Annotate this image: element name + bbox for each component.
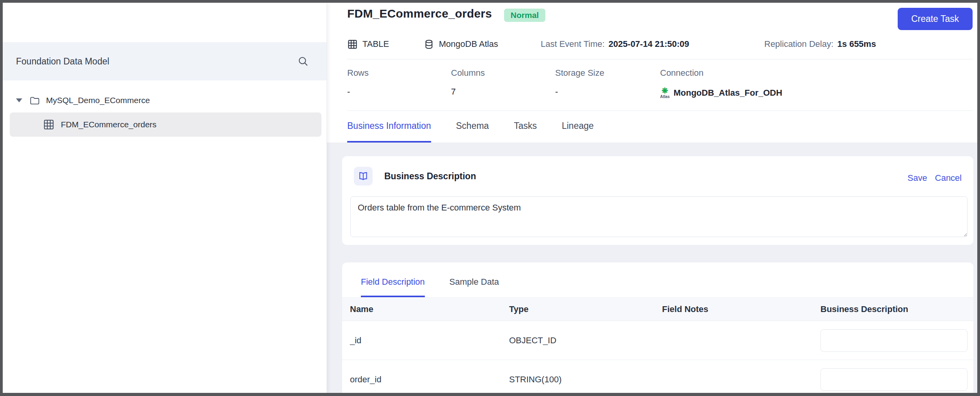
sidebar-title: Foundation Data Model xyxy=(16,56,109,67)
stat-label: Columns xyxy=(451,68,485,78)
tree-node-folder[interactable]: MySQL_Demo_ECommerce xyxy=(3,92,327,109)
stat-value: 7 xyxy=(451,87,485,97)
tab-schema[interactable]: Schema xyxy=(456,111,489,143)
stat-columns: Columns 7 xyxy=(451,59,485,97)
create-task-button[interactable]: Create Task xyxy=(898,8,973,30)
meta-row: TABLE MongoDB Atlas Last Event Time: 202… xyxy=(347,36,973,54)
stat-connection: Connection ❋ Atlas MongoDB_Atlas_For_ODH xyxy=(660,59,782,99)
tree-node-table-selected[interactable]: FDM_ECommerce_orders xyxy=(10,112,321,137)
tree-table-label: FDM_ECommerce_orders xyxy=(61,120,156,129)
stat-label: Connection xyxy=(660,68,782,78)
stat-value: - xyxy=(555,87,604,97)
field-name: order_id xyxy=(350,375,509,385)
search-icon[interactable] xyxy=(297,55,309,67)
stat-label: Storage Size xyxy=(555,68,604,78)
column-header-name: Name xyxy=(350,304,509,314)
cancel-button[interactable]: Cancel xyxy=(935,173,962,183)
subtab-sample-data[interactable]: Sample Data xyxy=(449,272,499,297)
folder-icon xyxy=(29,95,40,106)
sidebar: Foundation Data Model MySQL_Demo_ECommer… xyxy=(3,3,327,393)
tab-business-information[interactable]: Business Information xyxy=(347,111,431,143)
stat-rows: Rows - xyxy=(347,59,369,97)
stat-label: Rows xyxy=(347,68,369,78)
datasource-label: MongoDB Atlas xyxy=(439,39,498,49)
connection-value[interactable]: ❋ Atlas MongoDB_Atlas_For_ODH xyxy=(660,87,782,99)
mongodb-atlas-icon: ❋ Atlas xyxy=(660,87,669,99)
page-title: FDM_ECommerce_orders xyxy=(347,5,492,22)
business-description-title: Business Description xyxy=(384,171,476,182)
meta-datasource: MongoDB Atlas xyxy=(424,36,498,53)
field-description-card: Field Description Sample Data Name Type … xyxy=(342,262,973,393)
meta-object-type: TABLE xyxy=(347,36,389,53)
business-description-actions: Save Cancel xyxy=(907,173,962,183)
save-button[interactable]: Save xyxy=(907,173,927,183)
business-description-input[interactable]: Orders table from the E-commerce System xyxy=(350,196,968,237)
stats-row: Rows - Columns 7 Storage Size - Connecti… xyxy=(347,59,973,111)
status-badge: Normal xyxy=(504,9,545,22)
table-row: _id OBJECT_ID xyxy=(342,321,973,360)
caret-down-icon[interactable] xyxy=(16,98,22,102)
subtab-field-description[interactable]: Field Description xyxy=(361,272,425,297)
replication-delay-value: 1s 655ms xyxy=(837,39,876,49)
main-panel: FDM_ECommerce_orders Normal Create Task … xyxy=(327,3,977,393)
field-type: OBJECT_ID xyxy=(509,335,662,346)
table-grid-icon xyxy=(347,39,358,50)
column-header-field-notes: Field Notes xyxy=(662,304,820,314)
sidebar-header: Foundation Data Model xyxy=(3,42,327,80)
replication-delay-label: Replication Delay: xyxy=(764,39,833,49)
tab-lineage[interactable]: Lineage xyxy=(562,111,594,143)
connection-name: MongoDB_Atlas_For_ODH xyxy=(673,88,782,98)
tree-folder-label: MySQL_Demo_ECommerce xyxy=(46,96,150,105)
database-icon xyxy=(424,39,434,50)
main-tabs: Business Information Schema Tasks Lineag… xyxy=(327,111,977,143)
last-event-time-label: Last Event Time: xyxy=(541,39,605,49)
field-name: _id xyxy=(350,335,509,346)
title-row: FDM_ECommerce_orders Normal Create Task xyxy=(347,5,973,30)
table-grid-icon xyxy=(43,119,55,130)
tab-tasks[interactable]: Tasks xyxy=(514,111,537,143)
business-description-card: Business Description Save Cancel Orders … xyxy=(342,156,973,245)
open-book-icon xyxy=(354,167,373,186)
tab-content: Business Description Save Cancel Orders … xyxy=(327,143,977,393)
stat-value: - xyxy=(347,87,369,97)
field-type: STRING(100) xyxy=(509,375,662,385)
meta-replication-delay: Replication Delay: 1s 655ms xyxy=(764,36,876,53)
column-header-type: Type xyxy=(509,304,662,314)
column-header-business-description: Business Description xyxy=(820,304,968,314)
sidebar-tree: MySQL_Demo_ECommerce FDM_ECommerce_order… xyxy=(3,80,327,137)
field-subtabs: Field Description Sample Data xyxy=(342,262,973,298)
meta-last-event-time: Last Event Time: 2025-07-14 21:50:09 xyxy=(541,36,689,53)
table-row: order_id STRING(100) xyxy=(342,360,973,393)
stat-storage-size: Storage Size - xyxy=(555,59,604,97)
object-type-label: TABLE xyxy=(362,39,389,49)
field-business-description-input[interactable] xyxy=(820,329,968,352)
last-event-time-value: 2025-07-14 21:50:09 xyxy=(609,39,689,49)
field-business-description-input[interactable] xyxy=(820,368,968,391)
app-window: Foundation Data Model MySQL_Demo_ECommer… xyxy=(3,3,977,393)
field-table-header: Name Type Field Notes Business Descripti… xyxy=(342,298,973,321)
